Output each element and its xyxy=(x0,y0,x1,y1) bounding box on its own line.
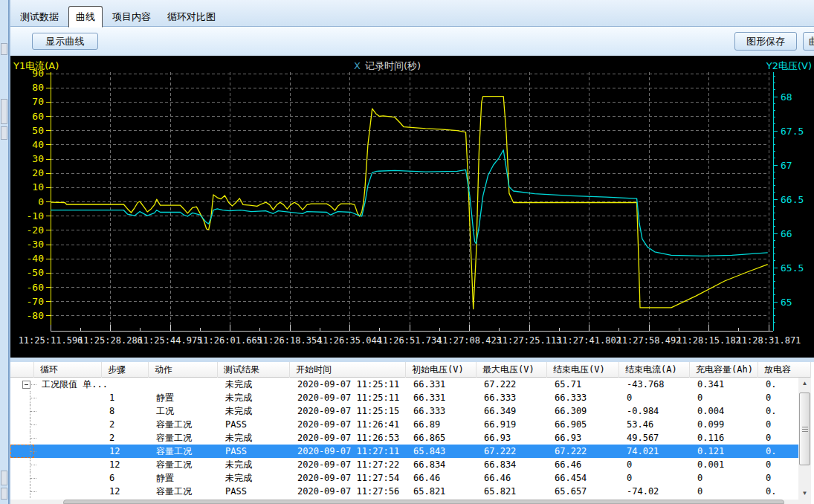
tree-cell xyxy=(10,485,34,498)
vertical-scrollbar[interactable]: ▲ ▼ xyxy=(798,378,811,500)
cell-7: 67.222 xyxy=(477,378,547,391)
cell-10: 0.341 xyxy=(690,378,758,391)
y2-tick-label: 67.5 xyxy=(781,126,804,137)
cell-3: 工况 xyxy=(149,404,218,418)
column-header-4[interactable]: 测试结果 xyxy=(218,362,290,378)
cell-4: 未完成 xyxy=(218,391,290,404)
cell-7: 66.46 xyxy=(477,471,547,485)
y1-tick-label: 70 xyxy=(32,96,44,107)
y1-tick-label: -40 xyxy=(27,253,44,264)
horizontal-scrollbar[interactable] xyxy=(10,500,811,504)
x-tick-label: 11:27:25.113 xyxy=(497,335,562,346)
y2-tick-label: 67 xyxy=(781,160,792,171)
cell-3: 容量工况 xyxy=(149,485,218,498)
tree-cell xyxy=(10,391,34,404)
scroll-down-arrow-icon[interactable]: ▼ xyxy=(798,488,811,500)
cell-7: 67.222 xyxy=(477,445,547,458)
cell-10: 0.116 xyxy=(690,431,758,445)
x-tick-label: 11:28:15.182 xyxy=(676,335,741,346)
y1-tick-label: 60 xyxy=(32,111,44,122)
column-header-2[interactable]: 步骤 xyxy=(102,362,149,378)
cell-10: 0.004 xyxy=(690,404,758,418)
cell-5: 2020-09-07 11:26:41 xyxy=(290,418,406,431)
cell-2: 12 xyxy=(102,485,149,498)
cell-7: 66.919 xyxy=(477,418,547,431)
x-axis-title-text: 记录时间(秒) xyxy=(365,60,421,71)
cell-5: 2020-09-07 11:26:53 xyxy=(290,431,406,445)
column-header-6[interactable]: 初始电压(V) xyxy=(406,362,477,378)
table-row[interactable]: 1静置未完成2020-09-07 11:25:1166.33166.33366.… xyxy=(10,391,798,404)
cell-11: 0. xyxy=(758,404,798,418)
tab-3[interactable]: 循环对比图 xyxy=(161,8,222,26)
cell-3: 容量工况 xyxy=(149,418,218,431)
table-row[interactable]: 工况限值 单...未完成2020-09-07 11:25:1166.33167.… xyxy=(10,378,798,391)
collapse-minus-icon[interactable] xyxy=(22,381,30,389)
cell-6: 65.821 xyxy=(406,485,477,498)
table-row[interactable]: 12容量工况PASS2020-09-07 11:27:5665.82165.82… xyxy=(10,485,798,498)
table-row[interactable]: 6静置未完成2020-09-07 11:27:5466.4666.4666.45… xyxy=(10,471,798,485)
cell-6: 66.89 xyxy=(406,418,477,431)
left-edge-widget-fragment xyxy=(1,471,7,485)
tree-cell xyxy=(10,445,34,458)
tab-0[interactable]: 测试数据 xyxy=(13,8,65,26)
cell-2 xyxy=(102,378,149,391)
scroll-up-arrow-icon[interactable]: ▲ xyxy=(798,378,811,390)
left-edge-panel-fragment xyxy=(0,0,8,504)
column-header-9[interactable]: 结束电流(A) xyxy=(619,362,690,378)
y2-tick-label: 66.5 xyxy=(781,194,804,205)
cell-6: 66.46 xyxy=(406,471,477,485)
cell-2: 12 xyxy=(102,445,149,458)
cell-10: 0 xyxy=(690,471,758,485)
cell-3: 容量工况 xyxy=(149,458,218,471)
column-header-10[interactable]: 充电容量(Ah) xyxy=(690,362,758,378)
table-row[interactable]: 2容量工况PASS2020-09-07 11:26:4166.8966.9196… xyxy=(10,418,798,431)
horizontal-scrollbar-thumb[interactable] xyxy=(63,500,784,504)
save-graph-button[interactable]: 图形保存 xyxy=(734,32,797,51)
left-edge-widget-fragment xyxy=(1,488,7,500)
left-edge-widget-fragment xyxy=(1,126,7,140)
vertical-scrollbar-thumb[interactable] xyxy=(799,392,810,465)
toolbar: 显示曲线 图形保存 曲 xyxy=(10,27,814,56)
cell-1 xyxy=(34,485,102,498)
cell-10: 0.099 xyxy=(690,418,758,431)
column-header-11[interactable]: 放电容 xyxy=(758,362,811,378)
x-tick-label: 11:25:11.596 xyxy=(19,335,83,346)
table-row[interactable]: 2容量工况未完成2020-09-07 11:26:5366.86566.9366… xyxy=(10,431,798,445)
column-header-8[interactable]: 结束电压(V) xyxy=(547,362,619,378)
tab-1[interactable]: 曲线 xyxy=(68,6,103,28)
cell-5: 2020-09-07 11:27:54 xyxy=(290,471,406,485)
cell-1 xyxy=(34,445,102,458)
column-header-1[interactable]: 循环 xyxy=(34,362,102,378)
cell-10: 0.121 xyxy=(690,445,758,458)
column-header-0[interactable] xyxy=(10,362,34,378)
cell-6: 66.333 xyxy=(406,404,477,418)
show-curve-button[interactable]: 显示曲线 xyxy=(32,33,98,50)
cell-6: 65.843 xyxy=(406,445,477,458)
x-tick-label: 11:27:58.492 xyxy=(617,335,682,346)
column-header-5[interactable]: 开始时间 xyxy=(290,362,406,378)
clipped-right-button[interactable]: 曲 xyxy=(803,32,814,51)
cell-1 xyxy=(34,418,102,431)
table-row[interactable]: 12容量工况未完成2020-09-07 11:27:2266.83466.834… xyxy=(10,458,798,471)
x-tick-label: 11:27:08.423 xyxy=(437,335,502,346)
x-tick-label: 11:27:41.802 xyxy=(557,335,621,346)
y1-tick-label: -70 xyxy=(27,296,44,307)
table-row[interactable]: 8工况未完成2020-09-07 11:25:1566.33366.34966.… xyxy=(10,404,798,418)
y2-tick-label: 65.5 xyxy=(781,262,804,274)
cell-4: 未完成 xyxy=(218,404,290,418)
cell-3: 静置 xyxy=(149,471,218,485)
left-edge-widget-fragment xyxy=(1,99,7,124)
cell-7: 66.93 xyxy=(477,431,547,445)
tree-cell xyxy=(10,378,34,391)
tab-bar: 测试数据曲线项目内容循环对比图 xyxy=(10,0,814,27)
cell-1 xyxy=(34,404,102,418)
table-row[interactable]: 12容量工况PASS2020-09-07 11:27:1165.84367.22… xyxy=(10,445,798,458)
cell-9: 0 xyxy=(619,391,690,404)
step-result-table: 循环步骤动作测试结果开始时间初始电压(V)最大电压(V)结束电压(V)结束电流(… xyxy=(10,362,814,504)
cell-4: 未完成 xyxy=(218,471,290,485)
column-header-7[interactable]: 最大电压(V) xyxy=(477,362,547,378)
cell-11: 0. xyxy=(758,445,798,458)
column-header-3[interactable]: 动作 xyxy=(149,362,218,378)
cell-9: 74.021 xyxy=(619,445,690,458)
tab-2[interactable]: 项目内容 xyxy=(106,8,158,26)
